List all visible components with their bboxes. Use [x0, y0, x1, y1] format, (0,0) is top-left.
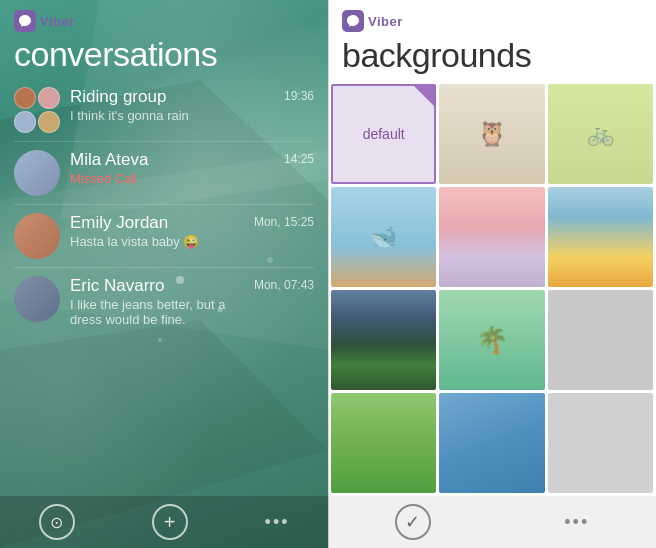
- conversation-preview: Hasta la vista baby 😜: [70, 234, 244, 249]
- conversations-panel: Viber conversations Riding group I think…: [0, 0, 328, 548]
- check-icon: ✓: [405, 511, 420, 533]
- viber-logo: Viber: [14, 10, 314, 32]
- add-icon: +: [164, 511, 176, 534]
- background-option-pink[interactable]: [439, 187, 544, 287]
- avatar: [14, 276, 60, 322]
- conversation-name: Eric Navarro: [70, 276, 244, 296]
- background-option-mountains[interactable]: [331, 290, 436, 390]
- right-header: Viber backgrounds: [328, 0, 656, 81]
- list-item[interactable]: Emily Jordan Hasta la vista baby 😜 Mon, …: [0, 205, 328, 267]
- dots-icon: •••: [265, 512, 290, 532]
- panel-separator: [328, 0, 329, 548]
- background-option-owl[interactable]: [439, 84, 544, 184]
- conversation-time: Mon, 15:25: [254, 215, 314, 229]
- background-option-tropical[interactable]: [439, 290, 544, 390]
- more-options-button[interactable]: •••: [564, 512, 589, 533]
- add-conversation-button[interactable]: +: [152, 504, 188, 540]
- conversation-time: 14:25: [284, 152, 314, 166]
- viber-logo: Viber: [342, 10, 642, 32]
- left-viber-label: Viber: [40, 14, 75, 29]
- conversation-time: Mon, 07:43: [254, 278, 314, 292]
- confirm-button[interactable]: ✓: [395, 504, 431, 540]
- conversation-content: Riding group I think it's gonna rain: [70, 87, 274, 122]
- background-grid: default: [328, 81, 656, 496]
- left-footer: ⊙ + •••: [0, 496, 328, 548]
- avatar: [14, 87, 60, 133]
- viber-icon: [14, 10, 36, 32]
- conversation-preview: Missed Call: [70, 171, 274, 186]
- background-option-empty[interactable]: [548, 393, 653, 493]
- background-option-bicycle[interactable]: [548, 84, 653, 184]
- search-icon: ⊙: [50, 513, 63, 532]
- backgrounds-panel: Viber backgrounds default ✓: [328, 0, 656, 548]
- right-page-title: backgrounds: [342, 36, 642, 75]
- list-item[interactable]: Eric Navarro I like the jeans better, bu…: [0, 268, 328, 336]
- list-item[interactable]: Mila Ateva Missed Call 14:25: [0, 142, 328, 204]
- avatar: [14, 213, 60, 259]
- conversation-content: Emily Jordan Hasta la vista baby 😜: [70, 213, 244, 248]
- conversation-preview: I like the jeans better, but a dress wou…: [70, 297, 244, 328]
- default-label: default: [363, 126, 405, 142]
- conversation-time: 19:36: [284, 89, 314, 103]
- conversation-content: Mila Ateva Missed Call: [70, 150, 274, 185]
- background-option-sunset[interactable]: [548, 187, 653, 287]
- background-option-whale[interactable]: [331, 187, 436, 287]
- conversation-name: Emily Jordan: [70, 213, 244, 233]
- conversation-name: Mila Ateva: [70, 150, 274, 170]
- background-option-blue[interactable]: [439, 393, 544, 493]
- conversation-name: Riding group: [70, 87, 274, 107]
- dots-icon: •••: [564, 512, 589, 532]
- avatar: [14, 150, 60, 196]
- conversation-content: Eric Navarro I like the jeans better, bu…: [70, 276, 244, 328]
- conversation-list: Riding group I think it's gonna rain 19:…: [0, 79, 328, 496]
- left-page-title: conversations: [14, 36, 314, 73]
- left-header: Viber conversations: [0, 0, 328, 79]
- background-option-default[interactable]: default: [331, 84, 436, 184]
- viber-icon: [342, 10, 364, 32]
- background-option-green[interactable]: [331, 393, 436, 493]
- more-options-button[interactable]: •••: [265, 512, 290, 533]
- right-viber-label: Viber: [368, 14, 403, 29]
- search-button[interactable]: ⊙: [39, 504, 75, 540]
- right-footer: ✓ •••: [328, 496, 656, 548]
- conversation-preview: I think it's gonna rain: [70, 108, 274, 123]
- list-item[interactable]: Riding group I think it's gonna rain 19:…: [0, 79, 328, 141]
- background-option-gray[interactable]: [548, 290, 653, 390]
